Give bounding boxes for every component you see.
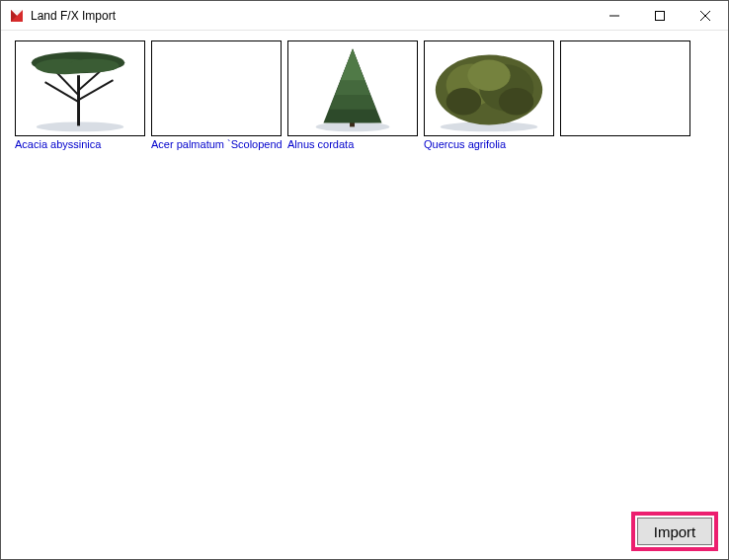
plant-thumbnail — [287, 40, 418, 136]
svg-line-13 — [45, 82, 78, 102]
window-title: Land F/X Import — [31, 9, 116, 23]
svg-point-28 — [446, 88, 481, 116]
maximize-button[interactable] — [637, 1, 683, 31]
close-button[interactable] — [683, 1, 728, 31]
minimize-button[interactable] — [592, 1, 637, 31]
import-button[interactable]: Import — [637, 518, 712, 545]
svg-marker-22 — [341, 49, 364, 81]
footer: Import — [631, 512, 718, 551]
plant-thumbnail — [424, 40, 554, 136]
svg-rect-5 — [656, 11, 665, 20]
plant-item[interactable]: Alnus cordata — [287, 40, 418, 150]
plant-label: Alnus cordata — [287, 138, 418, 150]
plant-label: Acacia abyssinica — [15, 138, 145, 150]
import-highlight: Import — [631, 512, 718, 551]
titlebar: Land F/X Import — [1, 1, 728, 31]
plant-item[interactable]: Acacia abyssinica — [15, 40, 145, 150]
plant-thumbnail — [151, 40, 282, 136]
svg-point-16 — [68, 58, 119, 72]
plant-item[interactable]: Quercus agrifolia — [424, 40, 554, 150]
plant-item[interactable] — [560, 40, 690, 150]
plant-grid: Acacia abyssinica Acer palmatum `Scolope… — [15, 40, 714, 150]
plant-item[interactable]: Acer palmatum `Scolopendr — [151, 40, 282, 150]
svg-point-27 — [467, 59, 510, 91]
app-icon — [9, 8, 25, 24]
app-window: Land F/X Import — [0, 0, 729, 560]
plant-label: Acer palmatum `Scolopendr — [151, 138, 282, 150]
svg-point-29 — [499, 88, 533, 116]
content-area: Acacia abyssinica Acer palmatum `Scolope… — [1, 31, 728, 559]
svg-line-12 — [79, 80, 113, 100]
plant-thumbnail — [560, 40, 690, 136]
plant-thumbnail — [15, 40, 145, 136]
plant-label: Quercus agrifolia — [424, 138, 554, 150]
